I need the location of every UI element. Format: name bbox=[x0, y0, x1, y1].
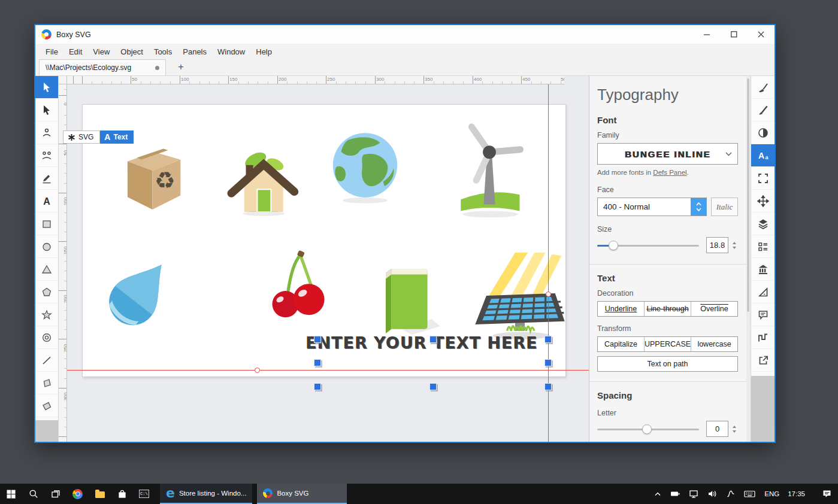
tray-expand-icon[interactable] bbox=[651, 484, 664, 504]
canvas-viewport[interactable]: ♻ bbox=[67, 84, 589, 442]
star-tool[interactable] bbox=[35, 303, 58, 326]
line-through-button[interactable]: Line-through bbox=[645, 302, 691, 316]
horizontal-guide-handle[interactable] bbox=[255, 368, 260, 373]
objects-panel-icon[interactable] bbox=[751, 235, 775, 258]
file-explorer-icon[interactable] bbox=[89, 484, 111, 504]
action-center-icon[interactable] bbox=[819, 484, 834, 504]
document-tab[interactable]: \\Mac\Projects\Ecology.svg bbox=[39, 59, 166, 75]
letter-spacing-slider[interactable] bbox=[597, 424, 699, 434]
cherries-graphic[interactable] bbox=[253, 245, 331, 337]
typography-panel-icon[interactable]: Aa bbox=[751, 144, 775, 167]
select-tool[interactable] bbox=[35, 76, 58, 99]
comments-panel-icon[interactable] bbox=[751, 303, 775, 326]
spline-tool[interactable] bbox=[35, 122, 58, 144]
overline-button[interactable]: Overline bbox=[691, 302, 737, 316]
minimize-button[interactable] bbox=[694, 25, 721, 44]
task-view-icon[interactable] bbox=[44, 484, 66, 504]
face-stepper-icon[interactable] bbox=[691, 198, 706, 215]
rectangle-tool[interactable] bbox=[35, 212, 58, 235]
wind-turbine-graphic[interactable] bbox=[444, 119, 534, 220]
font-size-slider-thumb[interactable] bbox=[609, 241, 618, 250]
font-size-slider[interactable] bbox=[597, 241, 699, 250]
canvas-text-object[interactable]: ENTER YOUR TEXT HERE bbox=[305, 333, 534, 352]
water-drop-graphic[interactable] bbox=[96, 253, 180, 339]
pencil-tool[interactable] bbox=[35, 167, 58, 190]
menu-view[interactable]: View bbox=[87, 45, 115, 59]
selection-handle-middle-right[interactable] bbox=[544, 359, 552, 366]
solar-panel-graphic[interactable] bbox=[458, 251, 577, 343]
stroke-panel-icon[interactable] bbox=[751, 99, 775, 122]
fill-panel-icon[interactable] bbox=[751, 76, 775, 99]
menu-help[interactable]: Help bbox=[250, 45, 277, 59]
menu-edit[interactable]: Edit bbox=[63, 45, 87, 59]
menu-panels[interactable]: Panels bbox=[177, 45, 212, 59]
menu-tools[interactable]: Tools bbox=[149, 45, 177, 59]
chrome-icon[interactable] bbox=[66, 484, 89, 504]
letter-spacing-slider-thumb[interactable] bbox=[642, 424, 652, 434]
modified-indicator-icon[interactable] bbox=[155, 66, 159, 70]
battery-icon[interactable] bbox=[668, 484, 683, 504]
selection-handle-bottom-right[interactable] bbox=[544, 383, 552, 390]
font-face-select[interactable]: 400 - Normal bbox=[597, 198, 707, 216]
search-icon[interactable] bbox=[22, 484, 44, 504]
defs-panel-link[interactable]: Defs Panel bbox=[653, 169, 686, 176]
vertical-guide-handle[interactable] bbox=[546, 292, 551, 297]
text-on-path-button[interactable]: Text on path bbox=[597, 356, 738, 372]
italic-toggle-button[interactable]: Italic bbox=[711, 198, 738, 216]
quad-tool[interactable] bbox=[35, 372, 58, 394]
capitalize-button[interactable]: Capitalize bbox=[598, 337, 645, 351]
earth-globe-graphic[interactable] bbox=[328, 129, 403, 207]
edit-points-tool[interactable] bbox=[35, 99, 58, 122]
selection-handle-top-right[interactable] bbox=[544, 336, 552, 343]
selection-handle-bottom-left[interactable] bbox=[314, 383, 321, 390]
breadcrumb-svg-chip[interactable]: SVG bbox=[63, 130, 100, 144]
horizontal-guide[interactable] bbox=[67, 370, 589, 371]
selection-handle-bottom-center[interactable] bbox=[429, 383, 437, 390]
network-icon[interactable] bbox=[686, 484, 701, 504]
green-book-graphic[interactable] bbox=[371, 259, 443, 342]
menu-window[interactable]: Window bbox=[212, 45, 250, 59]
selection-handle-middle-left[interactable] bbox=[314, 359, 321, 366]
title-bar[interactable]: Boxy SVG bbox=[35, 25, 775, 44]
new-tab-button[interactable]: + bbox=[174, 61, 187, 75]
language-indicator[interactable]: ENG bbox=[762, 484, 782, 504]
text-tool[interactable]: A bbox=[35, 190, 58, 212]
freehand-shape-tool[interactable] bbox=[35, 394, 58, 417]
selection-handle-top-left[interactable] bbox=[314, 336, 321, 343]
recycled-cardboard-box-graphic[interactable]: ♻ bbox=[112, 139, 193, 220]
panel-scrollbar[interactable] bbox=[746, 76, 750, 442]
underline-button[interactable]: Underline bbox=[598, 302, 645, 316]
letter-spacing-spinner[interactable] bbox=[730, 421, 738, 437]
font-size-spinner[interactable] bbox=[730, 237, 738, 253]
command-prompt-icon[interactable]: C:\ bbox=[133, 484, 155, 504]
ellipse-tool[interactable] bbox=[35, 235, 58, 258]
start-button[interactable] bbox=[0, 484, 22, 504]
keyboard-icon[interactable] bbox=[742, 484, 758, 504]
line-tool[interactable] bbox=[35, 349, 58, 372]
arrangement-panel-icon[interactable] bbox=[751, 212, 775, 235]
selection-handle-top-center[interactable] bbox=[429, 336, 437, 343]
transforms-panel-icon[interactable] bbox=[751, 190, 775, 212]
pen-icon[interactable] bbox=[724, 484, 738, 504]
close-button[interactable] bbox=[748, 25, 775, 44]
geometry-panel-icon[interactable] bbox=[751, 281, 775, 303]
boxy-svg-taskbar-task[interactable]: Boxy SVG bbox=[257, 484, 347, 504]
triangle-tool[interactable] bbox=[35, 258, 58, 281]
export-panel-icon[interactable] bbox=[751, 349, 775, 372]
menu-file[interactable]: File bbox=[40, 45, 63, 59]
volume-icon[interactable] bbox=[705, 484, 720, 504]
letter-spacing-input[interactable]: 0 bbox=[706, 421, 728, 437]
maximize-button[interactable] bbox=[721, 25, 748, 44]
donut-tool[interactable] bbox=[35, 326, 58, 349]
edge-taskbar-task[interactable]: e Store listing - Windo... bbox=[160, 484, 252, 504]
breadcrumb-text-chip[interactable]: A Text bbox=[100, 130, 134, 144]
menu-object[interactable]: Object bbox=[115, 45, 149, 59]
multi-spline-tool[interactable] bbox=[35, 144, 58, 167]
uppercase-button[interactable]: UPPERCASE bbox=[645, 337, 691, 351]
eco-house-graphic[interactable] bbox=[222, 117, 302, 218]
path-panel-icon[interactable] bbox=[751, 326, 775, 349]
pentagon-tool[interactable] bbox=[35, 281, 58, 303]
defs-panel-icon[interactable] bbox=[751, 258, 775, 281]
view-box-panel-icon[interactable] bbox=[751, 167, 775, 190]
font-size-input[interactable]: 18.8 bbox=[706, 237, 728, 253]
